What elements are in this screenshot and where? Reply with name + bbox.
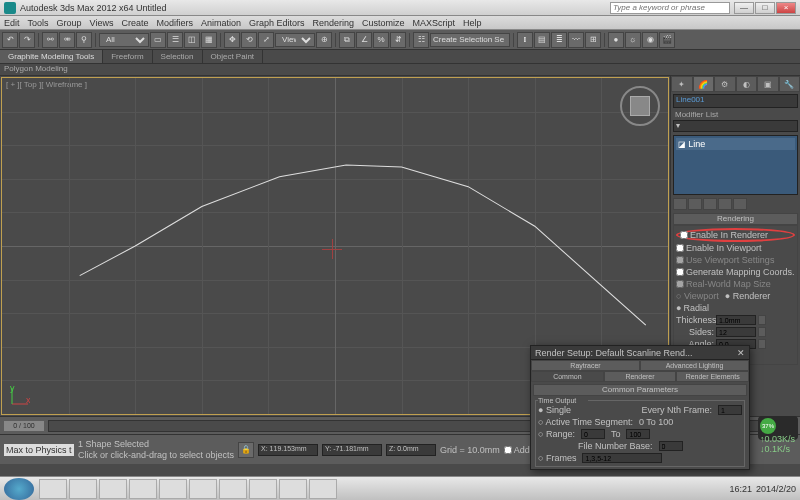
viewport-label[interactable]: [ + ][ Top ][ Wireframe ] — [6, 80, 87, 89]
taskbar-item[interactable] — [279, 479, 307, 499]
dlg-tab-renderer[interactable]: Renderer — [604, 371, 677, 382]
active-segment-radio[interactable]: ○ Active Time Segment: — [538, 417, 633, 427]
snap-button[interactable]: ⧉ — [339, 32, 355, 48]
single-radio[interactable]: ● Single — [538, 405, 571, 415]
coord-x[interactable]: X: 119.153mm — [258, 444, 318, 456]
undo-button[interactable]: ↶ — [2, 32, 18, 48]
ribbon-tab-modeling[interactable]: Graphite Modeling Tools — [0, 50, 103, 63]
sides-spinner[interactable] — [716, 327, 756, 337]
taskbar-item[interactable] — [219, 479, 247, 499]
ribbon-tab-object-paint[interactable]: Object Paint — [203, 50, 264, 63]
menu-help[interactable]: Help — [463, 18, 482, 28]
dlg-tab-raytracer[interactable]: Raytracer — [531, 360, 640, 371]
taskbar-item[interactable] — [99, 479, 127, 499]
pin-stack-button[interactable] — [673, 198, 687, 210]
modifier-stack[interactable]: ◪ Line — [673, 135, 798, 195]
move-button[interactable]: ✥ — [224, 32, 240, 48]
taskbar-item[interactable] — [39, 479, 67, 499]
cmd-tab-create[interactable]: ✦ — [671, 76, 693, 92]
every-nth-spinner[interactable] — [718, 405, 742, 415]
menu-animation[interactable]: Animation — [201, 18, 241, 28]
show-end-result-button[interactable] — [688, 198, 702, 210]
range-from-spinner[interactable] — [581, 429, 605, 439]
frames-input[interactable] — [582, 453, 662, 463]
network-speed-widget[interactable]: 37% ↑0.03K/s ↓0.1K/s — [758, 416, 798, 440]
make-unique-button[interactable] — [703, 198, 717, 210]
dialog-close-button[interactable]: ✕ — [737, 348, 745, 358]
file-base-spinner[interactable] — [659, 441, 683, 451]
taskbar-item[interactable] — [249, 479, 277, 499]
common-params-header[interactable]: Common Parameters — [533, 384, 747, 396]
menu-modifiers[interactable]: Modifiers — [156, 18, 193, 28]
coord-y[interactable]: Y: -71.181mm — [322, 444, 382, 456]
menu-create[interactable]: Create — [121, 18, 148, 28]
close-button[interactable]: × — [776, 2, 796, 14]
sides-spin-buttons[interactable] — [758, 327, 766, 337]
render-setup-dialog[interactable]: Render Setup: Default Scanline Rend... ✕… — [530, 345, 750, 470]
cmd-tab-display[interactable]: ▣ — [757, 76, 779, 92]
curve-editor-button[interactable]: 〰 — [568, 32, 584, 48]
menu-group[interactable]: Group — [57, 18, 82, 28]
coord-z[interactable]: Z: 0.0mm — [386, 444, 436, 456]
schematic-button[interactable]: ⊞ — [585, 32, 601, 48]
cmd-tab-hierarchy[interactable]: ⚙ — [714, 76, 736, 92]
rotate-button[interactable]: ⟲ — [241, 32, 257, 48]
object-name-field[interactable]: Line001 — [673, 94, 798, 108]
help-search-input[interactable] — [610, 2, 730, 14]
system-tray[interactable]: 16:21 2014/2/20 — [725, 484, 800, 494]
taskbar-item[interactable] — [129, 479, 157, 499]
modifier-list-dropdown[interactable]: ▾ — [673, 120, 798, 132]
radial-radio[interactable]: ● Radial — [676, 302, 795, 314]
menu-edit[interactable]: Edit — [4, 18, 20, 28]
rendering-rollout-header[interactable]: Rendering — [673, 213, 798, 225]
scale-button[interactable]: ⤢ — [258, 32, 274, 48]
maxscript-listener[interactable]: Max to Physics t — [4, 444, 74, 456]
unlink-button[interactable]: ⚮ — [59, 32, 75, 48]
viewcube[interactable] — [620, 86, 660, 126]
range-to-spinner[interactable] — [626, 429, 650, 439]
taskbar-item[interactable] — [309, 479, 337, 499]
cmd-tab-utilities[interactable]: 🔧 — [779, 76, 801, 92]
enable-in-renderer-checkbox[interactable]: Enable In Renderer — [676, 228, 795, 242]
frames-radio[interactable]: ○ Frames — [538, 453, 576, 463]
lock-selection-button[interactable]: 🔒 — [238, 442, 254, 458]
ref-coord-dropdown[interactable]: View — [275, 33, 315, 47]
mirror-button[interactable]: ⫿ — [517, 32, 533, 48]
align-button[interactable]: ▤ — [534, 32, 550, 48]
material-editor-button[interactable]: ● — [608, 32, 624, 48]
enable-in-viewport-checkbox[interactable]: Enable In Viewport — [676, 242, 795, 254]
configure-sets-button[interactable] — [733, 198, 747, 210]
cmd-tab-modify[interactable]: 🌈 — [693, 76, 715, 92]
menu-views[interactable]: Views — [90, 18, 114, 28]
ribbon-tab-selection[interactable]: Selection — [153, 50, 203, 63]
window-crossing-button[interactable]: ▦ — [201, 32, 217, 48]
thickness-spin-buttons[interactable] — [758, 315, 766, 325]
select-name-button[interactable]: ☰ — [167, 32, 183, 48]
link-button[interactable]: ⚯ — [42, 32, 58, 48]
angle-spin-buttons[interactable] — [758, 339, 766, 349]
menu-customize[interactable]: Customize — [362, 18, 405, 28]
thickness-spinner[interactable] — [716, 315, 756, 325]
ribbon-tab-freeform[interactable]: Freeform — [103, 50, 152, 63]
bind-button[interactable]: ⚲ — [76, 32, 92, 48]
pivot-button[interactable]: ⊕ — [316, 32, 332, 48]
percent-snap-button[interactable]: % — [373, 32, 389, 48]
angle-snap-button[interactable]: ∠ — [356, 32, 372, 48]
minimize-button[interactable]: — — [734, 2, 754, 14]
taskbar-item[interactable] — [159, 479, 187, 499]
layers-button[interactable]: ≣ — [551, 32, 567, 48]
dlg-tab-render-elem[interactable]: Render Elements — [676, 371, 749, 382]
redo-button[interactable]: ↷ — [19, 32, 35, 48]
dlg-tab-common[interactable]: Common — [531, 371, 604, 382]
taskbar-item[interactable] — [189, 479, 217, 499]
time-slider-thumb[interactable]: 0 / 100 — [4, 421, 44, 431]
menu-graph-editors[interactable]: Graph Editors — [249, 18, 305, 28]
named-sel-button[interactable]: ☷ — [413, 32, 429, 48]
remove-modifier-button[interactable] — [718, 198, 732, 210]
render-button[interactable]: 🎬 — [659, 32, 675, 48]
spinner-snap-button[interactable]: ⇵ — [390, 32, 406, 48]
menu-tools[interactable]: Tools — [28, 18, 49, 28]
menu-maxscript[interactable]: MAXScript — [413, 18, 456, 28]
render-setup-button[interactable]: ☼ — [625, 32, 641, 48]
select-button[interactable]: ▭ — [150, 32, 166, 48]
